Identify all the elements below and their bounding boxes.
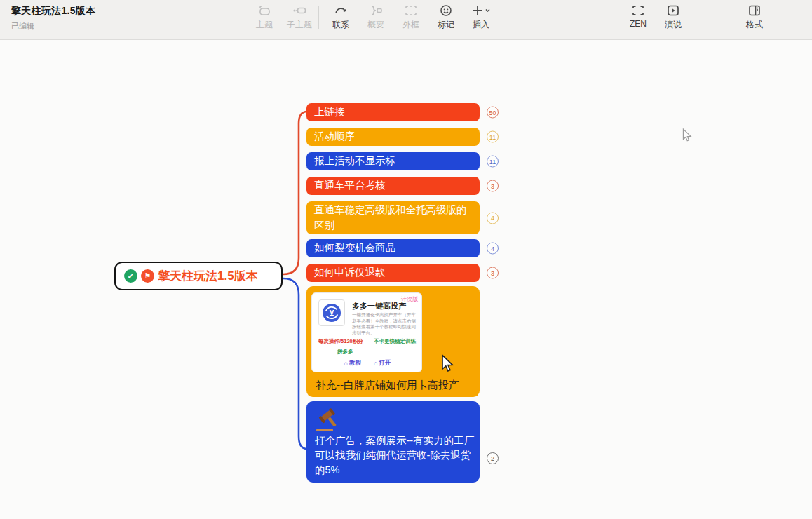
root-node-label: 擎天柱玩法1.5版本 xyxy=(158,268,258,284)
toolbar-pitch-button[interactable]: 演说 xyxy=(656,4,691,31)
home-icon: ⌂ xyxy=(344,360,348,367)
app-logo-box: ¥ xyxy=(318,299,345,326)
card-brand: 拼多多 xyxy=(337,349,353,356)
topic-label: 如何裂变机会商品 xyxy=(314,241,395,255)
topic-node[interactable]: 直通车平台考核 3 xyxy=(306,177,480,195)
document-status: 已编辑 xyxy=(11,21,95,32)
topic-node[interactable]: 活动顺序 11 xyxy=(306,128,480,146)
toolbar-label: 主题 xyxy=(256,19,273,31)
card-title: 多多一键高投产 xyxy=(352,301,406,311)
toolbar-divider xyxy=(318,6,319,29)
marker-count-badge: 4 xyxy=(487,212,499,224)
topbar: 擎天柱玩法1.5版本 已编辑 主题 子主题 xyxy=(0,0,812,40)
play-presentation-icon xyxy=(665,4,681,18)
marker-count-badge: 11 xyxy=(487,156,499,168)
home-icon: ⌂ xyxy=(374,360,377,367)
toolbar-label: 标记 xyxy=(438,19,454,31)
toolbar-subtopic-button[interactable]: 子主题 xyxy=(282,4,317,31)
topic-node[interactable]: 如何申诉仅退款 3 xyxy=(306,264,480,282)
topic-label: 直通车稳定高级版和全托高级版的区别 xyxy=(314,203,472,232)
refresh-yuan-logo-icon: ¥ xyxy=(320,302,343,324)
toolbar-center-group: 主题 子主题 联系 xyxy=(247,4,499,31)
card-buttons-row: ⌂ 教程 ⌂ 打开 xyxy=(312,359,423,368)
note-topic-label: 打个广告，案例展示--有实力的工厂可以找我们纯佣代运营收-除去退货的5% xyxy=(315,433,475,478)
toolbar-summary-button[interactable]: 概要 xyxy=(358,4,393,31)
toolbar-right-group: ZEN 演说 格式 xyxy=(621,4,772,31)
topic-label: 活动顺序 xyxy=(314,129,355,144)
marker-count-badge: 3 xyxy=(487,180,499,192)
document-info: 擎天柱玩法1.5版本 已编辑 xyxy=(11,5,95,32)
toolbar-label: 演说 xyxy=(665,19,682,31)
topic-label: 上链接 xyxy=(314,105,345,119)
format-panel-icon xyxy=(747,4,762,18)
branch-line-top xyxy=(283,112,307,274)
marker-count-badge: 2 xyxy=(487,452,499,464)
toolbar-boundary-button[interactable]: 外框 xyxy=(393,4,428,31)
root-node[interactable]: ✓ ⚑ 擎天柱玩法1.5版本 xyxy=(114,262,283,290)
topic-node[interactable]: 报上活动不显示标 11 xyxy=(306,152,480,170)
branch-line-bottom xyxy=(283,278,307,449)
topic-node-note[interactable]: 打个广告，案例展示--有实力的工厂可以找我们纯佣代运营收-除去退货的5% 2 xyxy=(306,401,480,483)
mouse-cursor-icon xyxy=(682,128,693,145)
topic-icon xyxy=(257,4,272,18)
topic-node-with-image[interactable]: 计次版 ¥ 多多一键高投产 一键开通化卡高投产开车（开车老手必看）全教程，请点击… xyxy=(306,286,480,397)
toolbar-label: 外框 xyxy=(402,19,419,31)
toolbar-label: 格式 xyxy=(746,19,763,31)
topic-label: 直通车平台考核 xyxy=(314,178,386,193)
subtopic-icon xyxy=(292,4,307,18)
toolbar-format-button[interactable]: 格式 xyxy=(737,4,772,31)
insert-plus-icon xyxy=(471,4,492,18)
flag-marker-icon[interactable]: ⚑ xyxy=(141,269,154,283)
marker-smiley-icon xyxy=(438,4,454,18)
toolbar-label: 联系 xyxy=(332,19,349,31)
document-title: 擎天柱玩法1.5版本 xyxy=(11,5,95,18)
topic-node[interactable]: 上链接 50 xyxy=(306,103,480,121)
card-description: 一键开通化卡高投产开车（开车老手必看）全教程，请点击右侧按钮查看第十个教程即可快… xyxy=(352,312,419,336)
tutorial-button[interactable]: ⌂ 教程 xyxy=(344,359,361,368)
toolbar-zen-button[interactable]: ZEN xyxy=(621,4,656,29)
zen-mode-icon xyxy=(630,4,646,18)
embedded-screenshot-card: 计次版 ¥ 多多一键高投产 一键开通化卡高投产开车（开车老手必看）全教程，请点击… xyxy=(311,292,422,372)
mindmap-canvas[interactable]: ✓ ⚑ 擎天柱玩法1.5版本 上链接 50 活动顺序 11 报上活动不显示标 1… xyxy=(0,40,812,519)
marker-count-badge: 11 xyxy=(487,131,499,143)
relationship-icon xyxy=(333,4,349,18)
marker-count-badge: 50 xyxy=(487,107,499,119)
tutorial-button-label: 教程 xyxy=(349,359,361,368)
topic-label: 报上活动不显示标 xyxy=(314,154,395,168)
toolbar-label: 插入 xyxy=(473,19,489,31)
toolbar-relationship-button[interactable]: 联系 xyxy=(323,4,358,31)
toolbar-topic-button[interactable]: 主题 xyxy=(247,4,282,31)
topic-node[interactable]: 直通车稳定高级版和全托高级版的区别 4 xyxy=(306,201,480,234)
open-button[interactable]: ⌂ 打开 xyxy=(374,359,391,368)
toolbar-marker-button[interactable]: 标记 xyxy=(428,4,463,31)
toolbar-label: ZEN xyxy=(630,19,647,29)
gavel-icon xyxy=(315,407,344,436)
marker-count-badge: 3 xyxy=(487,267,499,279)
toolbar-label: 子主题 xyxy=(287,19,312,31)
boundary-icon xyxy=(403,4,419,18)
toolbar-label: 概要 xyxy=(367,19,384,31)
card-cost-note: 每次操作/5120积分 xyxy=(318,338,363,345)
topic-label: 如何申诉仅退款 xyxy=(314,265,386,280)
topic-node[interactable]: 如何裂变机会商品 4 xyxy=(306,239,480,257)
toolbar-insert-button[interactable]: 插入 xyxy=(463,4,499,31)
card-benefit-note: 不卡更快稳定训练 xyxy=(374,338,416,345)
image-topic-caption: 补充--白牌店铺如何用卡高投产 xyxy=(316,379,459,392)
svg-text:¥: ¥ xyxy=(330,309,334,318)
mindmap-app: 擎天柱玩法1.5版本 已编辑 主题 子主题 xyxy=(0,0,812,519)
task-done-marker-icon[interactable]: ✓ xyxy=(124,269,137,283)
marker-count-badge: 4 xyxy=(487,243,499,255)
open-button-label: 打开 xyxy=(379,359,391,368)
summary-icon xyxy=(368,4,384,18)
